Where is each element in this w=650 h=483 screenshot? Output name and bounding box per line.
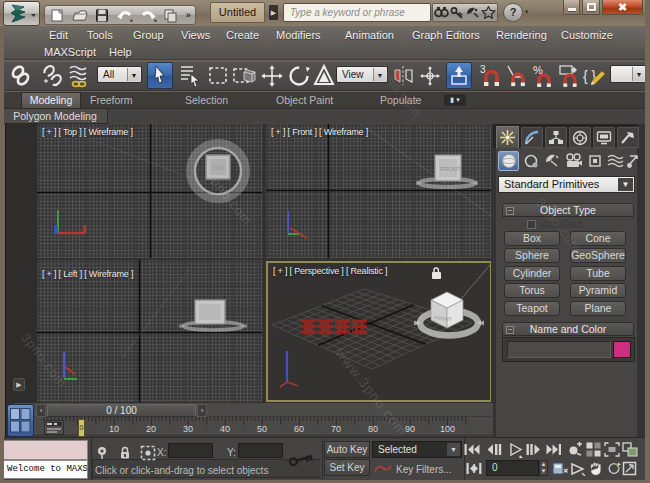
svg-text:40: 40 [220, 424, 230, 434]
svg-text:3: 3 [480, 64, 486, 75]
svg-text:FRONT: FRONT [440, 166, 461, 172]
svg-text:70: 70 [331, 424, 341, 434]
svg-text:60: 60 [294, 424, 304, 434]
svg-text:30: 30 [183, 424, 193, 434]
svg-text:20: 20 [146, 424, 156, 434]
svg-text:10: 10 [109, 424, 119, 434]
svg-text:100: 100 [440, 424, 455, 434]
svg-text:50: 50 [257, 424, 267, 434]
svg-text:80: 80 [368, 424, 378, 434]
